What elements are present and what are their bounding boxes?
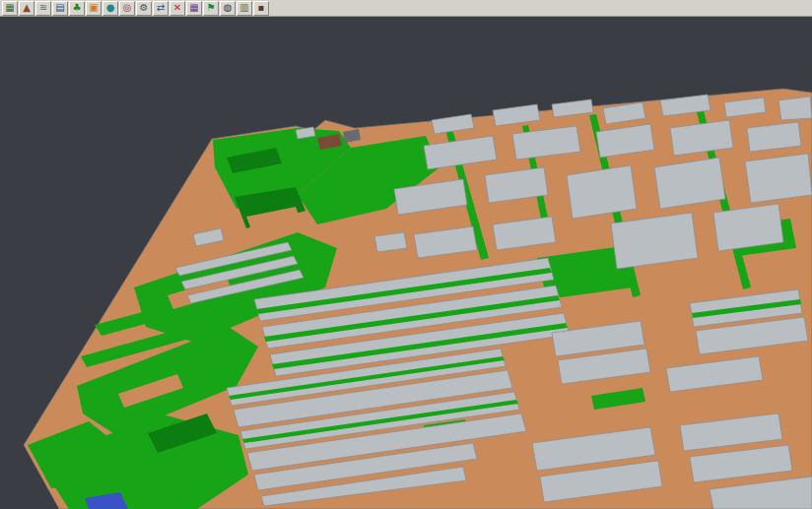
- building-roof: [374, 232, 407, 252]
- swap-view-icon: ⇄: [157, 3, 165, 13]
- flag-icon[interactable]: ⚑: [203, 1, 219, 16]
- print-icon[interactable]: ▪: [253, 1, 269, 16]
- target-icon[interactable]: ◎: [119, 1, 135, 16]
- toolbar-icon-group: ▦▲≋▤♣▣●◎⚙⇄✕▦⚑◍▥▪: [2, 1, 270, 16]
- classify-icon: ▥: [239, 3, 248, 13]
- building-roof: [567, 165, 637, 219]
- layers-icon[interactable]: ▤: [52, 1, 68, 16]
- settings-icon[interactable]: ⚙: [136, 1, 152, 16]
- layers-icon: ▤: [55, 3, 64, 13]
- building-roof: [778, 96, 812, 120]
- sphere-view-icon[interactable]: ●: [102, 1, 118, 16]
- print-icon: ▪: [258, 3, 265, 13]
- block-model-icon[interactable]: ▣: [86, 1, 102, 16]
- classify-icon[interactable]: ▥: [237, 1, 252, 16]
- globe-icon[interactable]: ◍: [220, 1, 236, 16]
- close-tool-icon[interactable]: ✕: [169, 1, 185, 16]
- water-surface-icon[interactable]: ≋: [35, 1, 51, 16]
- terrain-icon[interactable]: ▲: [19, 1, 34, 16]
- vegetation-icon[interactable]: ♣: [69, 1, 85, 16]
- open-dataset-icon: ▦: [5, 3, 14, 13]
- globe-icon: ◍: [224, 3, 233, 13]
- application-window: ▦▲≋▤♣▣●◎⚙⇄✕▦⚑◍▥▪: [0, 0, 812, 509]
- swap-view-icon[interactable]: ⇄: [153, 1, 169, 16]
- open-dataset-icon[interactable]: ▦: [2, 1, 18, 16]
- vegetation-icon: ♣: [73, 3, 82, 13]
- building-roof: [745, 154, 812, 203]
- close-tool-icon: ✕: [173, 3, 181, 13]
- viewport-3d-pointcloud[interactable]: [0, 0, 812, 509]
- grid-icon: ▦: [189, 3, 198, 13]
- building-roof: [713, 204, 783, 251]
- settings-icon: ⚙: [140, 3, 149, 13]
- main-toolbar: ▦▲≋▤♣▣●◎⚙⇄✕▦⚑◍▥▪: [0, 0, 812, 17]
- terrain-icon: ▲: [23, 3, 31, 13]
- target-icon: ◎: [123, 3, 132, 13]
- flag-icon: ⚑: [207, 3, 216, 13]
- grid-icon[interactable]: ▦: [186, 1, 202, 16]
- sphere-view-icon: ●: [106, 3, 115, 13]
- block-model-icon: ▣: [89, 3, 98, 13]
- water-surface-icon: ≋: [39, 3, 47, 13]
